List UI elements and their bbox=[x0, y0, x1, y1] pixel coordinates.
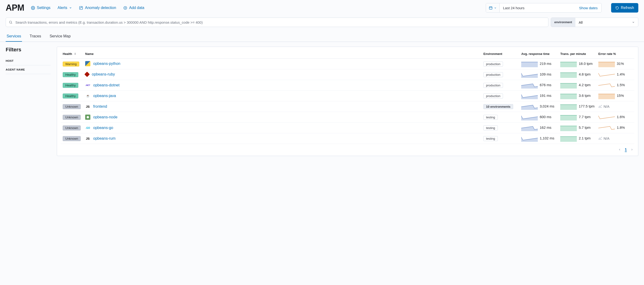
chevron-down-icon bbox=[632, 21, 635, 24]
error-rate-sparkline bbox=[598, 83, 617, 87]
service-link[interactable]: opbeans-java bbox=[93, 94, 116, 98]
add-data-label: Add data bbox=[129, 6, 144, 10]
service-link[interactable]: opbeans-dotnet bbox=[93, 83, 120, 87]
health-badge: Unknown bbox=[63, 115, 81, 120]
error-rate-sparkline bbox=[598, 115, 617, 119]
svg-point-3 bbox=[82, 7, 82, 7]
service-link[interactable]: frontend bbox=[93, 104, 107, 109]
col-health-label: Health bbox=[63, 52, 72, 56]
anomaly-label: Anomaly detection bbox=[85, 6, 116, 10]
refresh-button[interactable]: Refresh bbox=[611, 3, 638, 13]
response-time-value: 191 ms bbox=[540, 94, 551, 98]
environment-filter-value: All bbox=[579, 20, 583, 24]
search-input[interactable] bbox=[16, 20, 545, 24]
refresh-icon bbox=[615, 6, 619, 10]
col-error-rate[interactable]: Error rate % bbox=[596, 50, 634, 59]
js-agent-icon: JS bbox=[85, 104, 90, 109]
anomaly-icon bbox=[79, 6, 83, 10]
health-badge: Unknown bbox=[63, 125, 81, 130]
health-badge: Unknown bbox=[63, 104, 81, 109]
response-time-value: 676 ms bbox=[540, 83, 551, 87]
error-rate-sparkline bbox=[598, 94, 617, 98]
date-picker-calendar-button[interactable] bbox=[486, 3, 500, 12]
response-time-sparkline bbox=[521, 83, 540, 87]
table-row: Unknown -GO opbeans-go testing 162 ms 5.… bbox=[61, 123, 634, 133]
service-link[interactable]: opbeans-python bbox=[93, 62, 120, 66]
table-row: Healthy opbeans-ruby production 109 ms 4… bbox=[61, 69, 634, 80]
service-link[interactable]: opbeans-rum bbox=[93, 136, 116, 141]
tpm-value: 2.1 tpm bbox=[579, 136, 590, 140]
tpm-sparkline bbox=[560, 115, 579, 119]
tab-traces[interactable]: Traces bbox=[29, 32, 42, 42]
refresh-label: Refresh bbox=[621, 6, 634, 10]
tab-service-map[interactable]: Service Map bbox=[49, 32, 72, 42]
alerts-label: Alerts bbox=[58, 6, 67, 10]
add-data-link[interactable]: Add data bbox=[123, 6, 144, 10]
svg-rect-20 bbox=[560, 73, 577, 78]
services-table: Health Name Environment Avg. response ti… bbox=[61, 50, 634, 144]
filter-host[interactable]: HOST bbox=[6, 57, 51, 65]
svg-rect-33 bbox=[560, 126, 577, 131]
pagination-prev[interactable] bbox=[618, 148, 621, 152]
svg-point-11 bbox=[10, 21, 12, 23]
table-row: Unknown JS opbeans-rum testing 1,102 ms … bbox=[61, 133, 634, 144]
response-time-sparkline bbox=[521, 72, 540, 76]
service-link[interactable]: opbeans-node bbox=[93, 115, 117, 119]
settings-label: Settings bbox=[37, 6, 51, 10]
tpm-sparkline bbox=[560, 125, 579, 129]
svg-rect-18 bbox=[598, 62, 615, 67]
pagination-current[interactable]: 1 bbox=[625, 147, 627, 152]
response-time-sparkline bbox=[521, 62, 540, 66]
filters-title: Filters bbox=[6, 47, 51, 53]
tpm-sparkline bbox=[560, 72, 579, 76]
pagination-next[interactable] bbox=[630, 148, 633, 152]
environment-badge: production bbox=[483, 72, 503, 77]
environment-filter-label: environment bbox=[551, 18, 576, 27]
error-rate-value: 15% bbox=[617, 94, 624, 98]
tab-services[interactable]: Services bbox=[6, 32, 22, 42]
col-tpm[interactable]: Trans. per minute bbox=[558, 50, 596, 59]
col-environment[interactable]: Environment bbox=[482, 50, 519, 59]
go-agent-icon: -GO bbox=[85, 125, 90, 130]
svg-rect-24 bbox=[560, 94, 577, 99]
environment-badge: testing bbox=[483, 115, 498, 120]
node-agent-icon: ⬢ bbox=[85, 115, 90, 120]
environment-filter-select[interactable]: All bbox=[576, 18, 638, 27]
environment-badge: production bbox=[483, 94, 503, 99]
js-agent-icon: JS bbox=[85, 136, 90, 141]
tpm-sparkline bbox=[560, 83, 579, 87]
gear-icon bbox=[31, 6, 35, 10]
svg-rect-14 bbox=[521, 62, 538, 67]
col-resp-label: Avg. response time bbox=[521, 52, 549, 56]
health-badge: Healthy bbox=[63, 94, 78, 99]
svg-rect-31 bbox=[560, 115, 577, 121]
header: APM Settings Alerts Anomaly detection Ad… bbox=[0, 0, 644, 18]
environment-badge: testing bbox=[483, 125, 498, 130]
filter-agent-name[interactable]: AGENT NAME bbox=[6, 65, 51, 74]
tpm-value: 4.8 tpm bbox=[579, 72, 590, 76]
col-name[interactable]: Name bbox=[83, 50, 482, 59]
anomaly-link[interactable]: Anomaly detection bbox=[79, 6, 116, 10]
col-health[interactable]: Health bbox=[61, 50, 83, 59]
table-row: Warning opbeans-python production 219 ms… bbox=[61, 59, 634, 69]
col-avg-response[interactable]: Avg. response time bbox=[519, 50, 558, 59]
health-badge: Warning bbox=[63, 62, 79, 67]
service-link[interactable]: opbeans-go bbox=[93, 126, 113, 130]
service-link[interactable]: opbeans-ruby bbox=[92, 72, 115, 77]
settings-link[interactable]: Settings bbox=[31, 6, 51, 10]
calendar-icon bbox=[489, 6, 492, 10]
show-dates-link[interactable]: Show dates bbox=[576, 3, 602, 12]
table-row: Healthy .NET opbeans-dotnet production 6… bbox=[61, 80, 634, 91]
search-icon bbox=[9, 20, 12, 24]
col-name-label: Name bbox=[85, 52, 94, 56]
tpm-value: 177.5 tpm bbox=[579, 104, 594, 108]
svg-rect-26 bbox=[598, 94, 615, 99]
environment-badge[interactable]: 10 environments bbox=[483, 104, 513, 109]
health-badge: Healthy bbox=[63, 83, 78, 88]
svg-point-2 bbox=[80, 8, 81, 8]
error-rate-sparkline bbox=[598, 62, 617, 66]
header-nav: Settings Alerts Anomaly detection Add da… bbox=[31, 6, 144, 10]
svg-line-12 bbox=[11, 23, 12, 24]
alerts-link[interactable]: Alerts bbox=[58, 6, 72, 10]
date-range-label[interactable]: Last 24 hours bbox=[500, 3, 576, 12]
